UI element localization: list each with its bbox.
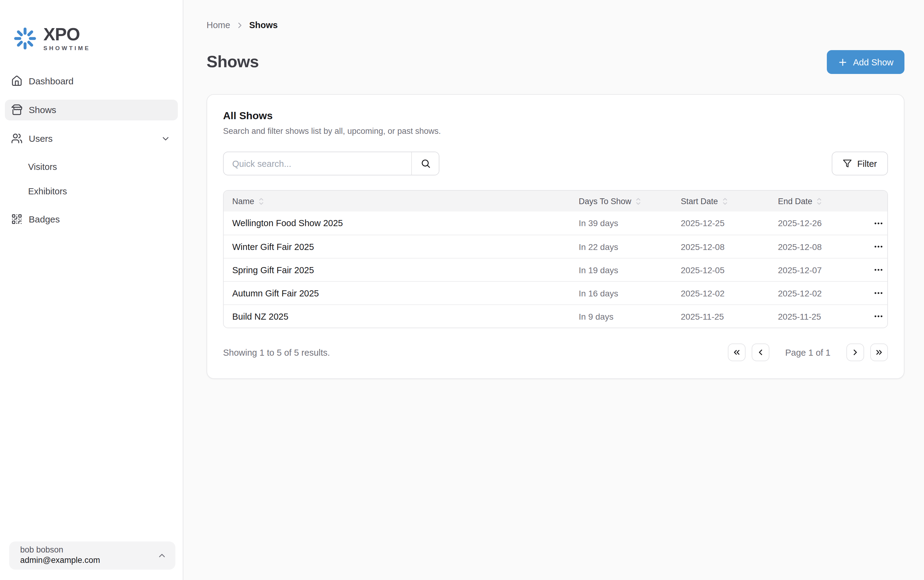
days-to-show: In 19 days	[579, 265, 681, 275]
end-date: 2025-12-07	[778, 265, 869, 275]
all-shows-card: All Shows Search and filter shows list b…	[207, 94, 904, 379]
card-title: All Shows	[223, 110, 888, 122]
chevron-up-icon	[157, 551, 167, 560]
start-date: 2025-12-08	[681, 242, 778, 252]
ellipsis-icon	[873, 311, 883, 321]
start-date: 2025-12-02	[681, 288, 778, 298]
filter-button-label: Filter	[857, 158, 877, 168]
row-actions-button[interactable]	[869, 216, 887, 230]
sidebar-item-badges[interactable]: Badges	[5, 209, 178, 229]
brand-name: XPO	[43, 26, 91, 43]
table-row[interactable]: Build NZ 2025 In 9 days 2025-11-25 2025-…	[224, 304, 887, 328]
chevron-left-icon	[756, 348, 765, 357]
sort-icon	[721, 196, 729, 206]
page-title: Shows	[207, 53, 259, 71]
table-row[interactable]: Winter Gift Fair 2025 In 22 days 2025-12…	[224, 235, 887, 258]
pagination: Page 1 of 1	[728, 343, 888, 361]
quick-search-group	[223, 152, 440, 175]
add-show-button[interactable]: Add Show	[827, 50, 904, 74]
table-header-row: Name Days To Show	[224, 191, 887, 211]
row-actions-button[interactable]	[869, 263, 887, 277]
qr-code-icon	[11, 213, 23, 225]
filter-button[interactable]: Filter	[832, 152, 888, 175]
chevron-right-icon	[235, 20, 244, 30]
breadcrumb-current: Shows	[249, 20, 277, 30]
show-name: Build NZ 2025	[232, 311, 579, 321]
previous-page-button[interactable]	[752, 343, 769, 361]
days-to-show: In 9 days	[579, 311, 681, 321]
show-name: Autumn Gift Fair 2025	[232, 288, 579, 298]
add-show-button-label: Add Show	[853, 57, 893, 67]
user-name: bob bobson	[20, 545, 100, 555]
results-summary: Showing 1 to 5 of 5 results.	[223, 348, 330, 357]
ellipsis-icon	[873, 265, 883, 275]
main-content: Home Shows Shows Add Show All Shows	[183, 0, 924, 580]
users-icon	[11, 133, 23, 144]
storefront-icon	[11, 104, 23, 115]
row-actions-button[interactable]	[869, 240, 887, 253]
page-indicator: Page 1 of 1	[785, 348, 830, 357]
column-header-days[interactable]: Days To Show	[579, 196, 681, 206]
ellipsis-icon	[873, 218, 883, 228]
user-menu[interactable]: bob bobson admin@example.com	[9, 542, 175, 570]
sidebar-item-label: Users	[29, 133, 53, 143]
start-date: 2025-12-05	[681, 265, 778, 275]
card-subtitle: Search and filter shows list by all, upc…	[223, 127, 888, 136]
sidebar-item-label: Shows	[29, 104, 56, 115]
last-page-button[interactable]	[870, 343, 888, 361]
table-row[interactable]: Wellington Food Show 2025 In 39 days 202…	[224, 211, 887, 235]
sidebar-item-label: Badges	[29, 214, 60, 224]
end-date: 2025-12-26	[778, 218, 869, 228]
sidebar-subitem-label: Exhibitors	[28, 186, 67, 196]
sort-icon	[257, 196, 265, 206]
table-row[interactable]: Spring Gift Fair 2025 In 19 days 2025-12…	[224, 258, 887, 281]
sort-icon	[634, 196, 642, 206]
show-name: Spring Gift Fair 2025	[232, 265, 579, 275]
sidebar-item-users[interactable]: Users	[5, 128, 178, 149]
sidebar-subitem-label: Visitors	[28, 161, 57, 171]
start-date: 2025-12-25	[681, 218, 778, 228]
sidebar-item-exhibitors[interactable]: Exhibitors	[5, 181, 178, 201]
chevron-down-icon	[161, 133, 171, 143]
sidebar-item-dashboard[interactable]: Dashboard	[5, 71, 178, 91]
column-header-name[interactable]: Name	[232, 196, 579, 206]
sidebar-item-label: Dashboard	[29, 76, 74, 86]
sidebar-item-shows[interactable]: Shows	[5, 99, 178, 120]
sidebar-item-visitors[interactable]: Visitors	[5, 157, 178, 176]
breadcrumb: Home Shows	[207, 20, 904, 30]
next-page-button[interactable]	[847, 343, 864, 361]
user-email: admin@example.com	[20, 555, 100, 566]
column-header-start-date[interactable]: Start Date	[681, 196, 778, 206]
search-icon	[420, 158, 430, 169]
brand-logo: XPO SHOWTIME	[0, 0, 183, 51]
ellipsis-icon	[873, 288, 883, 298]
end-date: 2025-11-25	[778, 311, 869, 321]
search-button[interactable]	[411, 152, 439, 175]
quick-search-input[interactable]	[224, 152, 411, 175]
table-row[interactable]: Autumn Gift Fair 2025 In 16 days 2025-12…	[224, 281, 887, 304]
chevrons-right-icon	[875, 348, 884, 357]
first-page-button[interactable]	[728, 343, 746, 361]
days-to-show: In 16 days	[579, 288, 681, 298]
filter-funnel-icon	[843, 159, 852, 168]
breadcrumb-home-link[interactable]: Home	[207, 20, 230, 30]
column-header-end-date[interactable]: End Date	[778, 196, 869, 206]
sidebar: XPO SHOWTIME Dashboard	[0, 0, 183, 580]
plus-icon	[838, 57, 848, 67]
ellipsis-icon	[873, 241, 883, 252]
end-date: 2025-12-02	[778, 288, 869, 298]
row-actions-button[interactable]	[869, 310, 887, 323]
end-date: 2025-12-08	[778, 242, 869, 252]
show-name: Winter Gift Fair 2025	[232, 242, 579, 252]
home-icon	[11, 75, 23, 87]
row-actions-button[interactable]	[869, 286, 887, 300]
sort-icon	[815, 196, 824, 206]
chevrons-left-icon	[732, 348, 741, 357]
shows-table: Name Days To Show	[223, 190, 888, 328]
show-name: Wellington Food Show 2025	[232, 218, 579, 228]
sidebar-nav: Dashboard Shows	[0, 71, 183, 237]
xpo-spinner-logo-icon	[13, 27, 37, 50]
days-to-show: In 39 days	[579, 218, 681, 228]
brand-tagline: SHOWTIME	[43, 45, 91, 51]
start-date: 2025-11-25	[681, 311, 778, 321]
